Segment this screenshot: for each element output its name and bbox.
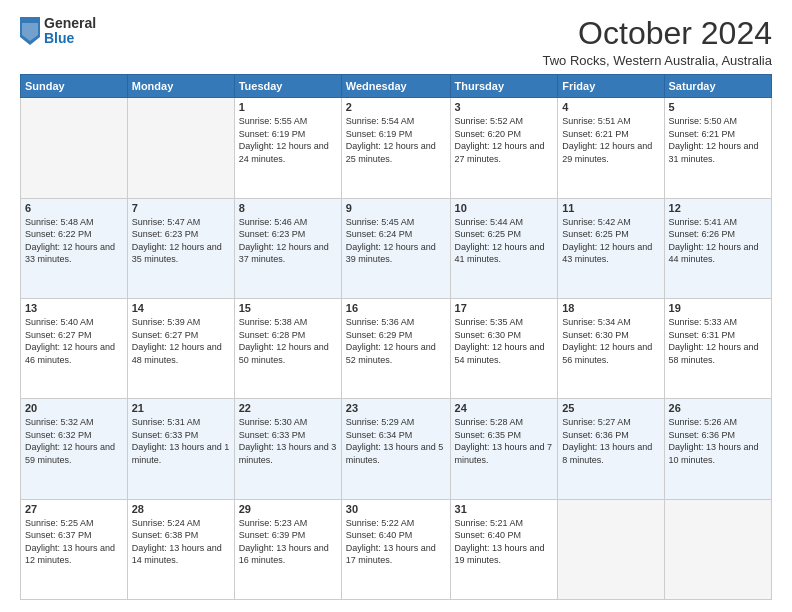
logo-blue: Blue bbox=[44, 31, 96, 46]
day-info: Sunrise: 5:48 AM Sunset: 6:22 PM Dayligh… bbox=[25, 216, 123, 266]
calendar-week-row: 20Sunrise: 5:32 AM Sunset: 6:32 PM Dayli… bbox=[21, 399, 772, 499]
table-row: 18Sunrise: 5:34 AM Sunset: 6:30 PM Dayli… bbox=[558, 298, 664, 398]
calendar-header-row: Sunday Monday Tuesday Wednesday Thursday… bbox=[21, 75, 772, 98]
month-title: October 2024 bbox=[542, 16, 772, 51]
day-number: 18 bbox=[562, 302, 659, 314]
day-number: 11 bbox=[562, 202, 659, 214]
day-info: Sunrise: 5:21 AM Sunset: 6:40 PM Dayligh… bbox=[455, 517, 554, 567]
day-number: 30 bbox=[346, 503, 446, 515]
day-info: Sunrise: 5:54 AM Sunset: 6:19 PM Dayligh… bbox=[346, 115, 446, 165]
logo: General Blue bbox=[20, 16, 96, 47]
table-row bbox=[664, 499, 771, 599]
calendar-week-row: 1Sunrise: 5:55 AM Sunset: 6:19 PM Daylig… bbox=[21, 98, 772, 198]
header-wednesday: Wednesday bbox=[341, 75, 450, 98]
table-row: 11Sunrise: 5:42 AM Sunset: 6:25 PM Dayli… bbox=[558, 198, 664, 298]
day-info: Sunrise: 5:40 AM Sunset: 6:27 PM Dayligh… bbox=[25, 316, 123, 366]
day-info: Sunrise: 5:46 AM Sunset: 6:23 PM Dayligh… bbox=[239, 216, 337, 266]
table-row: 4Sunrise: 5:51 AM Sunset: 6:21 PM Daylig… bbox=[558, 98, 664, 198]
table-row: 12Sunrise: 5:41 AM Sunset: 6:26 PM Dayli… bbox=[664, 198, 771, 298]
day-info: Sunrise: 5:34 AM Sunset: 6:30 PM Dayligh… bbox=[562, 316, 659, 366]
day-info: Sunrise: 5:36 AM Sunset: 6:29 PM Dayligh… bbox=[346, 316, 446, 366]
day-info: Sunrise: 5:27 AM Sunset: 6:36 PM Dayligh… bbox=[562, 416, 659, 466]
day-info: Sunrise: 5:22 AM Sunset: 6:40 PM Dayligh… bbox=[346, 517, 446, 567]
day-number: 22 bbox=[239, 402, 337, 414]
day-number: 29 bbox=[239, 503, 337, 515]
table-row: 17Sunrise: 5:35 AM Sunset: 6:30 PM Dayli… bbox=[450, 298, 558, 398]
calendar-week-row: 27Sunrise: 5:25 AM Sunset: 6:37 PM Dayli… bbox=[21, 499, 772, 599]
day-info: Sunrise: 5:50 AM Sunset: 6:21 PM Dayligh… bbox=[669, 115, 767, 165]
calendar-week-row: 13Sunrise: 5:40 AM Sunset: 6:27 PM Dayli… bbox=[21, 298, 772, 398]
day-info: Sunrise: 5:32 AM Sunset: 6:32 PM Dayligh… bbox=[25, 416, 123, 466]
table-row: 31Sunrise: 5:21 AM Sunset: 6:40 PM Dayli… bbox=[450, 499, 558, 599]
logo-text: General Blue bbox=[44, 16, 96, 47]
day-info: Sunrise: 5:25 AM Sunset: 6:37 PM Dayligh… bbox=[25, 517, 123, 567]
table-row: 27Sunrise: 5:25 AM Sunset: 6:37 PM Dayli… bbox=[21, 499, 128, 599]
table-row: 5Sunrise: 5:50 AM Sunset: 6:21 PM Daylig… bbox=[664, 98, 771, 198]
header-sunday: Sunday bbox=[21, 75, 128, 98]
table-row: 26Sunrise: 5:26 AM Sunset: 6:36 PM Dayli… bbox=[664, 399, 771, 499]
day-number: 23 bbox=[346, 402, 446, 414]
day-number: 19 bbox=[669, 302, 767, 314]
table-row: 19Sunrise: 5:33 AM Sunset: 6:31 PM Dayli… bbox=[664, 298, 771, 398]
header-friday: Friday bbox=[558, 75, 664, 98]
day-number: 24 bbox=[455, 402, 554, 414]
table-row: 24Sunrise: 5:28 AM Sunset: 6:35 PM Dayli… bbox=[450, 399, 558, 499]
day-number: 3 bbox=[455, 101, 554, 113]
table-row bbox=[21, 98, 128, 198]
logo-general: General bbox=[44, 16, 96, 31]
day-number: 20 bbox=[25, 402, 123, 414]
day-number: 12 bbox=[669, 202, 767, 214]
table-row: 21Sunrise: 5:31 AM Sunset: 6:33 PM Dayli… bbox=[127, 399, 234, 499]
table-row: 3Sunrise: 5:52 AM Sunset: 6:20 PM Daylig… bbox=[450, 98, 558, 198]
day-info: Sunrise: 5:44 AM Sunset: 6:25 PM Dayligh… bbox=[455, 216, 554, 266]
day-number: 13 bbox=[25, 302, 123, 314]
day-info: Sunrise: 5:47 AM Sunset: 6:23 PM Dayligh… bbox=[132, 216, 230, 266]
day-number: 5 bbox=[669, 101, 767, 113]
day-number: 15 bbox=[239, 302, 337, 314]
title-block: October 2024 Two Rocks, Western Australi… bbox=[542, 16, 772, 68]
calendar-table: Sunday Monday Tuesday Wednesday Thursday… bbox=[20, 74, 772, 600]
table-row: 8Sunrise: 5:46 AM Sunset: 6:23 PM Daylig… bbox=[234, 198, 341, 298]
header: General Blue October 2024 Two Rocks, Wes… bbox=[20, 16, 772, 68]
location-title: Two Rocks, Western Australia, Australia bbox=[542, 53, 772, 68]
table-row: 6Sunrise: 5:48 AM Sunset: 6:22 PM Daylig… bbox=[21, 198, 128, 298]
table-row bbox=[127, 98, 234, 198]
header-saturday: Saturday bbox=[664, 75, 771, 98]
calendar-week-row: 6Sunrise: 5:48 AM Sunset: 6:22 PM Daylig… bbox=[21, 198, 772, 298]
day-info: Sunrise: 5:51 AM Sunset: 6:21 PM Dayligh… bbox=[562, 115, 659, 165]
table-row: 9Sunrise: 5:45 AM Sunset: 6:24 PM Daylig… bbox=[341, 198, 450, 298]
header-monday: Monday bbox=[127, 75, 234, 98]
table-row: 16Sunrise: 5:36 AM Sunset: 6:29 PM Dayli… bbox=[341, 298, 450, 398]
day-info: Sunrise: 5:29 AM Sunset: 6:34 PM Dayligh… bbox=[346, 416, 446, 466]
table-row: 14Sunrise: 5:39 AM Sunset: 6:27 PM Dayli… bbox=[127, 298, 234, 398]
table-row: 15Sunrise: 5:38 AM Sunset: 6:28 PM Dayli… bbox=[234, 298, 341, 398]
day-number: 31 bbox=[455, 503, 554, 515]
table-row: 29Sunrise: 5:23 AM Sunset: 6:39 PM Dayli… bbox=[234, 499, 341, 599]
day-info: Sunrise: 5:24 AM Sunset: 6:38 PM Dayligh… bbox=[132, 517, 230, 567]
day-number: 26 bbox=[669, 402, 767, 414]
day-number: 9 bbox=[346, 202, 446, 214]
day-number: 1 bbox=[239, 101, 337, 113]
logo-icon bbox=[20, 17, 40, 45]
day-info: Sunrise: 5:35 AM Sunset: 6:30 PM Dayligh… bbox=[455, 316, 554, 366]
table-row: 1Sunrise: 5:55 AM Sunset: 6:19 PM Daylig… bbox=[234, 98, 341, 198]
day-number: 16 bbox=[346, 302, 446, 314]
day-info: Sunrise: 5:31 AM Sunset: 6:33 PM Dayligh… bbox=[132, 416, 230, 466]
day-info: Sunrise: 5:52 AM Sunset: 6:20 PM Dayligh… bbox=[455, 115, 554, 165]
table-row: 23Sunrise: 5:29 AM Sunset: 6:34 PM Dayli… bbox=[341, 399, 450, 499]
day-info: Sunrise: 5:41 AM Sunset: 6:26 PM Dayligh… bbox=[669, 216, 767, 266]
day-info: Sunrise: 5:26 AM Sunset: 6:36 PM Dayligh… bbox=[669, 416, 767, 466]
table-row: 10Sunrise: 5:44 AM Sunset: 6:25 PM Dayli… bbox=[450, 198, 558, 298]
day-number: 10 bbox=[455, 202, 554, 214]
day-number: 28 bbox=[132, 503, 230, 515]
day-info: Sunrise: 5:33 AM Sunset: 6:31 PM Dayligh… bbox=[669, 316, 767, 366]
header-tuesday: Tuesday bbox=[234, 75, 341, 98]
day-info: Sunrise: 5:30 AM Sunset: 6:33 PM Dayligh… bbox=[239, 416, 337, 466]
day-info: Sunrise: 5:28 AM Sunset: 6:35 PM Dayligh… bbox=[455, 416, 554, 466]
day-number: 6 bbox=[25, 202, 123, 214]
day-number: 8 bbox=[239, 202, 337, 214]
day-info: Sunrise: 5:23 AM Sunset: 6:39 PM Dayligh… bbox=[239, 517, 337, 567]
day-number: 14 bbox=[132, 302, 230, 314]
page: General Blue October 2024 Two Rocks, Wes… bbox=[0, 0, 792, 612]
day-info: Sunrise: 5:42 AM Sunset: 6:25 PM Dayligh… bbox=[562, 216, 659, 266]
